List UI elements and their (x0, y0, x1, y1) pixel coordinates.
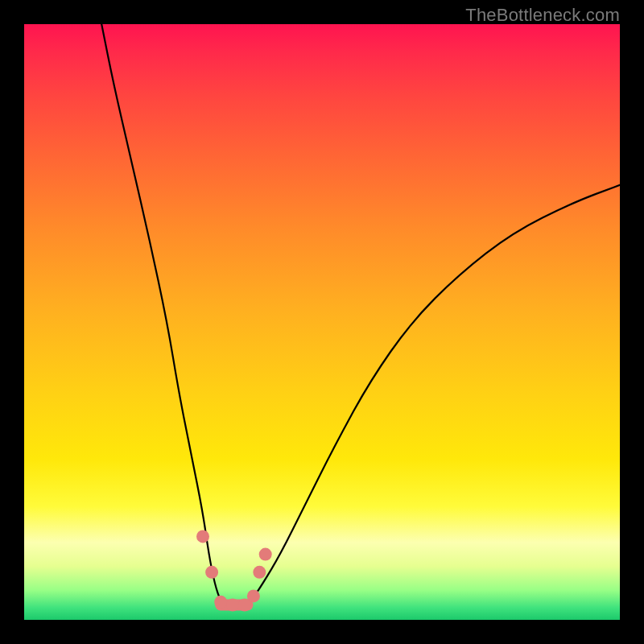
watermark-text: TheBottleneck.com (465, 5, 620, 26)
marker-dot (214, 596, 227, 609)
bottleneck-curve (101, 24, 620, 608)
marker-dot (253, 566, 266, 579)
marker-dot (196, 530, 209, 543)
chart-svg (24, 24, 620, 620)
plot-area (24, 24, 620, 620)
marker-dot (259, 548, 272, 561)
marker-dot (226, 599, 239, 612)
marker-dot (205, 566, 218, 579)
chart-frame: TheBottleneck.com (0, 0, 644, 644)
marker-dot (247, 589, 260, 602)
